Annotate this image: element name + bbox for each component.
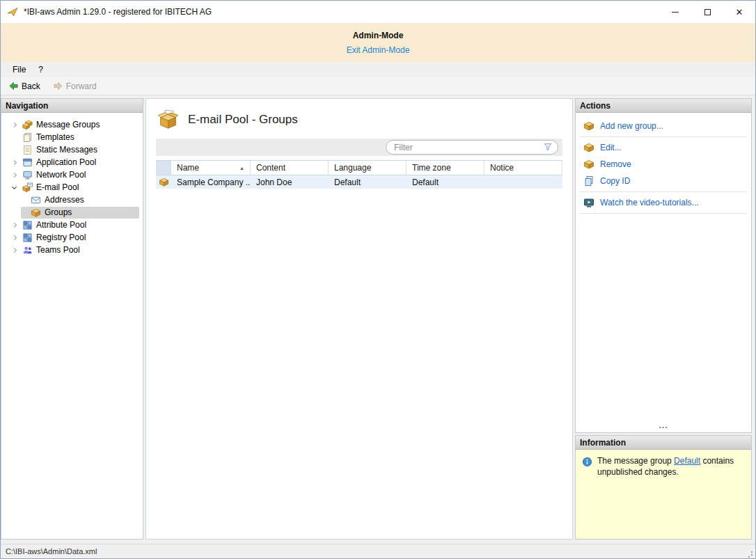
action-label: Edit... bbox=[600, 143, 622, 152]
nav-item-templates[interactable]: Templates bbox=[1, 131, 143, 143]
static-messages-icon bbox=[22, 145, 33, 155]
cell-timezone: Default bbox=[407, 175, 485, 189]
column-header-language[interactable]: Language bbox=[329, 161, 407, 175]
toolbar: Back Forward bbox=[1, 77, 755, 95]
video-tutorials-action[interactable]: Watch the video-tutorials... bbox=[576, 194, 751, 211]
nav-item-label: Registry Pool bbox=[36, 233, 86, 242]
maximize-button[interactable] bbox=[691, 1, 723, 23]
column-header-notice[interactable]: Notice bbox=[485, 161, 562, 175]
expander-icon[interactable] bbox=[8, 244, 19, 255]
column-header-content[interactable]: Content bbox=[251, 161, 329, 175]
nav-item-teams-pool[interactable]: Teams Pool bbox=[1, 244, 143, 256]
nav-item-label: Message Groups bbox=[36, 120, 100, 129]
info-text-prefix: The message group bbox=[597, 456, 674, 466]
templates-icon bbox=[22, 132, 33, 143]
window-title: *IBI-aws Admin 1.29.0 - registered for I… bbox=[24, 7, 212, 17]
expander-icon[interactable] bbox=[8, 182, 19, 193]
information-message: The message group Default contains unpub… bbox=[597, 456, 745, 478]
back-arrow-icon bbox=[8, 81, 19, 91]
nav-item-email-pool[interactable]: E-mail Pool bbox=[1, 181, 143, 194]
forward-arrow-icon bbox=[53, 81, 63, 91]
separator bbox=[580, 191, 747, 192]
remove-action[interactable]: Remove bbox=[576, 156, 751, 173]
groups-table: Name ▲ Content Language Time zone Notice… bbox=[156, 160, 562, 189]
copy-id-action[interactable]: Copy ID bbox=[576, 173, 751, 189]
actions-header: Actions bbox=[576, 99, 751, 113]
information-panel: Information The message group Default co… bbox=[575, 435, 752, 540]
table-row[interactable]: Sample Company ... John Doe Default Defa… bbox=[156, 175, 562, 189]
nav-item-attribute-pool[interactable]: Attribute Pool bbox=[1, 219, 143, 231]
back-button[interactable]: Back bbox=[5, 79, 44, 93]
menu-help[interactable]: ? bbox=[32, 63, 49, 76]
add-group-icon bbox=[583, 120, 594, 132]
addresses-icon bbox=[31, 195, 41, 205]
panel-overflow-indicator[interactable]: ... bbox=[576, 420, 751, 432]
column-header-name[interactable]: Name ▲ bbox=[171, 161, 251, 175]
groups-icon bbox=[31, 207, 41, 218]
remove-icon bbox=[583, 159, 594, 170]
email-pool-groups-icon bbox=[157, 109, 179, 129]
expander-icon[interactable] bbox=[8, 219, 19, 230]
admin-mode-banner: Admin-Mode Exit Admin-Mode bbox=[1, 23, 755, 62]
page-title-row: E-mail Pool - Groups bbox=[146, 99, 572, 135]
minimize-icon bbox=[672, 12, 679, 13]
action-label: Watch the video-tutorials... bbox=[600, 198, 699, 207]
column-header-spacer bbox=[156, 161, 171, 175]
app-window: { "window": {"title": "*IBI-aws Admin 1.… bbox=[0, 0, 756, 559]
close-button[interactable]: ✕ bbox=[723, 1, 755, 23]
email-pool-icon bbox=[22, 182, 33, 193]
nav-item-label: Attribute Pool bbox=[36, 220, 86, 230]
table-header: Name ▲ Content Language Time zone Notice bbox=[156, 160, 562, 175]
nav-item-network-pool[interactable]: Network Pool bbox=[1, 168, 143, 181]
add-new-group-action[interactable]: Add new group... bbox=[576, 118, 751, 134]
main-panel: E-mail Pool - Groups Name ▲ Content Lang… bbox=[145, 98, 573, 540]
nav-item-message-groups[interactable]: Message Groups bbox=[1, 118, 143, 131]
info-icon bbox=[582, 457, 592, 467]
nav-item-label: E-mail Pool bbox=[36, 182, 79, 192]
content-area: Navigation Message Groups Templates Stat… bbox=[1, 95, 755, 544]
nav-item-groups[interactable]: Groups bbox=[1, 206, 143, 219]
expander-icon[interactable] bbox=[8, 119, 19, 130]
navigation-panel: Navigation Message Groups Templates Stat… bbox=[1, 98, 143, 540]
column-label: Name bbox=[177, 163, 199, 173]
page-title: E-mail Pool - Groups bbox=[188, 113, 298, 127]
cell-language: Default bbox=[329, 175, 407, 189]
video-tutorials-icon bbox=[583, 197, 594, 208]
menu-file[interactable]: File bbox=[6, 63, 32, 76]
separator bbox=[580, 136, 747, 137]
nav-item-addresses[interactable]: Addresses bbox=[1, 194, 143, 206]
information-body: The message group Default contains unpub… bbox=[576, 450, 751, 539]
edit-icon bbox=[583, 142, 594, 153]
action-label: Remove bbox=[600, 159, 631, 169]
nav-item-registry-pool[interactable]: Registry Pool bbox=[1, 231, 143, 244]
expander-icon[interactable] bbox=[8, 232, 19, 243]
edit-action[interactable]: Edit... bbox=[576, 139, 751, 156]
exit-admin-mode-link[interactable]: Exit Admin-Mode bbox=[347, 45, 410, 55]
message-groups-icon bbox=[22, 120, 33, 130]
resize-grip[interactable] bbox=[746, 549, 753, 556]
minimize-button[interactable] bbox=[659, 1, 691, 23]
right-column: Actions Add new group... Edit... Remove bbox=[575, 98, 752, 540]
nav-item-label: Addresses bbox=[45, 195, 84, 205]
forward-button[interactable]: Forward bbox=[49, 79, 100, 93]
nav-item-static-messages[interactable]: Static Messages bbox=[1, 143, 143, 156]
nav-item-application-pool[interactable]: Application Pool bbox=[1, 156, 143, 168]
default-group-link[interactable]: Default bbox=[674, 456, 700, 466]
information-header: Information bbox=[576, 436, 751, 450]
titlebar: *IBI-aws Admin 1.29.0 - registered for I… bbox=[1, 1, 755, 23]
expander-icon[interactable] bbox=[8, 169, 19, 180]
filter-input[interactable] bbox=[386, 140, 558, 155]
cell-name: Sample Company ... bbox=[171, 175, 251, 189]
admin-mode-title: Admin-Mode bbox=[1, 31, 755, 40]
statusbar: C:\IBI-aws\Admin\Data.xml bbox=[1, 544, 755, 558]
nav-item-label: Static Messages bbox=[36, 145, 97, 155]
expander-icon[interactable] bbox=[8, 157, 19, 168]
column-header-timezone[interactable]: Time zone bbox=[407, 161, 485, 175]
expander-placeholder bbox=[8, 144, 19, 155]
nav-item-label: Templates bbox=[36, 132, 74, 142]
menubar: File ? bbox=[1, 62, 755, 77]
filter-funnel-icon bbox=[543, 142, 553, 152]
window-controls: ✕ bbox=[659, 1, 755, 23]
group-row-icon bbox=[159, 177, 169, 187]
nav-item-label: Network Pool bbox=[36, 170, 86, 180]
